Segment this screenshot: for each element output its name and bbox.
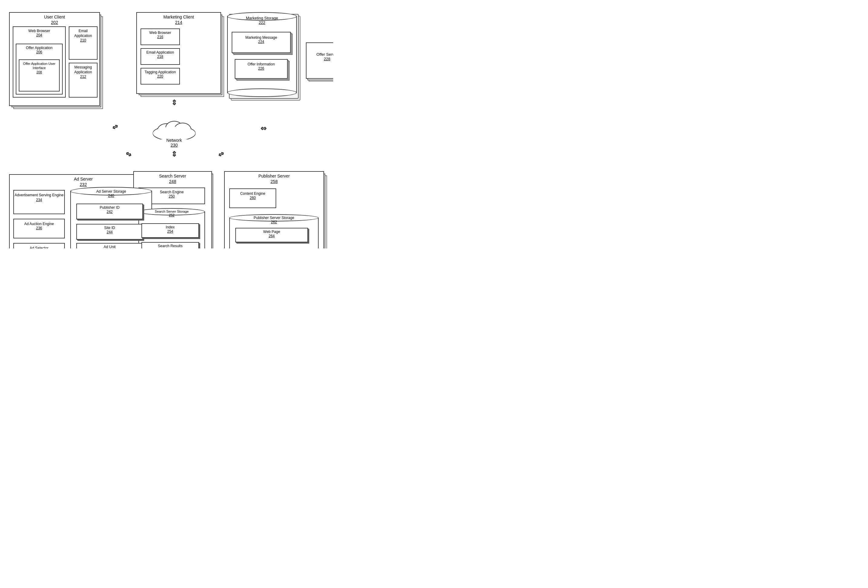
search-results-wrap: Search Results 256 [142, 242, 199, 248]
site-id-num: 244 [77, 230, 142, 234]
ad-server-storage-num: 240 [70, 194, 152, 198]
network-cloud: Network 230 [150, 118, 198, 148]
marketing-client-box: Marketing Client 214 Web Browser 216 Ema… [136, 12, 221, 94]
offer-server-num: 228 [307, 57, 333, 61]
ad-serving-engine-num: 234 [14, 198, 64, 202]
tagging-app-title: Tagging Application [141, 68, 179, 74]
marketing-storage-title: Marketing Storage [227, 16, 297, 20]
publisher-storage-title: Publisher Server Storage [229, 216, 319, 220]
mc-web-browser-num: 216 [141, 35, 179, 39]
ad-auction-engine-num: 236 [14, 226, 64, 230]
index-title: Index [142, 224, 198, 229]
publisher-storage-num: 262 [229, 220, 319, 224]
cloud-svg [150, 118, 198, 139]
publisher-id-title: Publisher ID [77, 204, 142, 210]
ad-unit-wrap: Ad Unit 246 [76, 243, 143, 248]
publisher-server-box: Publisher Server 258 Content Engine 260 … [224, 171, 324, 248]
tagging-app-num: 220 [141, 74, 179, 78]
ad-unit-title: Ad Unit [77, 244, 142, 248]
search-storage-title: Search Server Storage [139, 210, 205, 213]
web-browser-outer: Web Browser 204 Offer Application 206 Of… [13, 27, 66, 98]
publisher-server-num: 258 [225, 179, 323, 184]
marketing-msg-wrap: Marketing Message 224 [232, 32, 291, 53]
web-page-wrap: Web Page 264 [235, 228, 308, 242]
publisher-id-num: 242 [77, 210, 142, 214]
search-results-num: 256 [142, 248, 198, 248]
ad-server-storage-wrap: Ad Server Storage 240 Publisher ID 242 [70, 187, 152, 248]
content-engine-box: Content Engine 260 [229, 188, 276, 208]
mc-web-browser-box: Web Browser 216 [140, 28, 180, 45]
ad-selector-title: Ad Selector [14, 244, 64, 248]
search-storage-num: 252 [139, 213, 205, 217]
arrow-user-network: ⇔ [110, 122, 120, 132]
publisher-server-title: Publisher Server [225, 172, 323, 179]
web-browser-num: 204 [13, 33, 65, 37]
index-num: 254 [142, 229, 198, 233]
messaging-app-num: 212 [69, 74, 97, 79]
mc-email-app-box: Email Application 218 [140, 48, 180, 65]
tagging-app-box: Tagging Application 220 [140, 68, 180, 84]
search-results-title: Search Results [142, 243, 198, 248]
arrow-marketing-network: ⇕ [171, 99, 177, 107]
user-client-num: 202 [10, 20, 99, 25]
ad-server-storage-title: Ad Server Storage [70, 189, 152, 194]
user-client-title: User Client [10, 13, 99, 20]
arrow-offerserver-network: ⇔ [260, 124, 267, 133]
mc-web-browser-title: Web Browser [141, 29, 179, 35]
arrow-publisher-network: ⇔ [216, 149, 226, 160]
site-id-wrap: Site ID 244 [76, 224, 143, 239]
email-app-num: 210 [69, 38, 97, 43]
ad-auction-engine-title: Ad Auction Engine [14, 219, 64, 226]
offer-info-title: Offer Information [235, 60, 287, 66]
offer-app-num: 206 [16, 50, 62, 54]
offer-server-wrap: Offer Server 228 [306, 43, 333, 79]
search-server-box: Search Server 248 Search Engine 250 Sear… [133, 171, 212, 248]
offer-server-title: Offer Server [307, 43, 333, 57]
marketing-storage-num: 222 [227, 20, 297, 25]
arrow-search-network: ⇕ [171, 150, 177, 158]
network-num: 230 [150, 143, 198, 148]
publisher-id-wrap: Publisher ID 242 [76, 204, 143, 219]
offer-app-title: Offer Application [16, 44, 62, 50]
marketing-msg-title: Marketing Message [232, 33, 290, 40]
offer-app-ui-num: 208 [19, 70, 59, 74]
marketing-storage-wrap: Marketing Storage 222 Marketing Message … [227, 12, 297, 97]
ad-serving-engine-box: Advertisement Serving Engine 234 [13, 190, 65, 214]
ad-serving-engine-title: Advertisement Serving Engine [14, 191, 64, 198]
ad-auction-engine-box: Ad Auction Engine 236 [13, 219, 65, 238]
content-engine-num: 260 [230, 196, 276, 200]
marketing-client-title: Marketing Client [137, 13, 220, 20]
arrow-adserver-network: ⇔ [124, 149, 133, 160]
offer-app-ui-box: Offer Application User Interface 208 [19, 59, 60, 92]
user-client-box: User Client 202 Web Browser 204 Offer Ap… [9, 12, 100, 106]
search-server-title: Search Server [134, 172, 211, 179]
marketing-msg-num: 224 [232, 40, 290, 44]
offer-info-num: 226 [235, 66, 287, 71]
content-engine-title: Content Engine [230, 189, 276, 196]
search-storage-wrap: Search Server Storage 252 Index 254 Sear… [139, 208, 205, 248]
mc-email-app-title: Email Application [141, 49, 179, 55]
ad-selector-box: Ad Selector 238 [13, 243, 65, 248]
architecture-diagram: User Client 202 Web Browser 204 Offer Ap… [6, 6, 327, 242]
site-id-title: Site ID [77, 225, 142, 230]
publisher-storage-wrap: Publisher Server Storage 262 Web Page 26… [229, 214, 319, 248]
offer-app-ui-title: Offer Application User Interface [19, 60, 59, 70]
offer-info-wrap: Offer Information 226 [235, 59, 288, 79]
web-page-num: 264 [236, 234, 307, 238]
email-app-title: Email Application [69, 27, 97, 38]
mc-email-app-num: 218 [141, 55, 179, 59]
index-wrap: Index 254 [142, 223, 199, 238]
offer-app-box: Offer Application 206 Offer Application … [16, 44, 63, 95]
messaging-app-box: Messaging Application 212 [69, 63, 97, 98]
web-page-title: Web Page [236, 228, 307, 234]
search-server-num: 248 [134, 179, 211, 184]
web-browser-title: Web Browser [13, 27, 65, 33]
email-app-box: Email Application 210 [69, 27, 97, 60]
messaging-app-title: Messaging Application [69, 63, 97, 74]
marketing-client-num: 214 [137, 20, 220, 25]
